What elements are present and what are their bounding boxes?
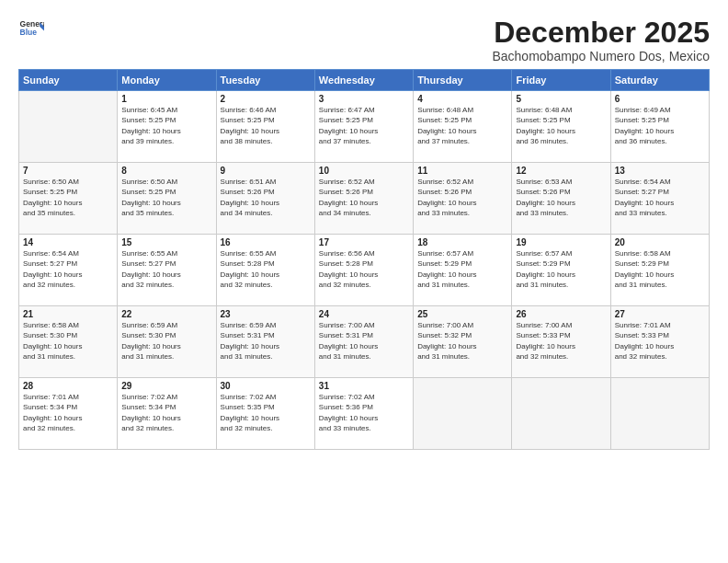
day-number: 8 bbox=[121, 166, 211, 176]
table-row: 6Sunrise: 6:49 AM Sunset: 5:25 PM Daylig… bbox=[610, 91, 709, 163]
calendar-week-row: 1Sunrise: 6:45 AM Sunset: 5:25 PM Daylig… bbox=[19, 91, 710, 163]
day-info: Sunrise: 7:00 AM Sunset: 5:33 PM Dayligh… bbox=[516, 320, 606, 362]
table-row: 17Sunrise: 6:56 AM Sunset: 5:28 PM Dayli… bbox=[314, 235, 413, 306]
day-number: 14 bbox=[23, 237, 113, 247]
table-row: 10Sunrise: 6:52 AM Sunset: 5:26 PM Dayli… bbox=[314, 163, 413, 235]
day-info: Sunrise: 6:58 AM Sunset: 5:29 PM Dayligh… bbox=[615, 248, 705, 290]
day-number: 5 bbox=[516, 94, 606, 104]
day-info: Sunrise: 6:48 AM Sunset: 5:25 PM Dayligh… bbox=[516, 105, 606, 146]
logo-icon: General Blue bbox=[18, 17, 44, 42]
day-info: Sunrise: 6:50 AM Sunset: 5:25 PM Dayligh… bbox=[121, 177, 211, 218]
day-info: Sunrise: 6:59 AM Sunset: 5:30 PM Dayligh… bbox=[121, 320, 211, 362]
day-info: Sunrise: 6:56 AM Sunset: 5:28 PM Dayligh… bbox=[319, 248, 409, 290]
day-info: Sunrise: 6:57 AM Sunset: 5:29 PM Dayligh… bbox=[516, 248, 606, 290]
day-number: 3 bbox=[319, 94, 409, 104]
day-number: 25 bbox=[417, 309, 507, 319]
day-number: 24 bbox=[319, 309, 409, 319]
day-number: 18 bbox=[417, 237, 507, 247]
day-info: Sunrise: 6:46 AM Sunset: 5:25 PM Dayligh… bbox=[221, 105, 311, 146]
header-wednesday: Wednesday bbox=[314, 70, 413, 91]
day-info: Sunrise: 7:02 AM Sunset: 5:35 PM Dayligh… bbox=[221, 392, 311, 433]
day-number: 26 bbox=[516, 309, 606, 319]
day-info: Sunrise: 6:49 AM Sunset: 5:25 PM Dayligh… bbox=[615, 105, 705, 146]
table-row: 30Sunrise: 7:02 AM Sunset: 5:35 PM Dayli… bbox=[216, 378, 314, 450]
table-row: 18Sunrise: 6:57 AM Sunset: 5:29 PM Dayli… bbox=[414, 235, 512, 306]
table-row: 31Sunrise: 7:02 AM Sunset: 5:36 PM Dayli… bbox=[314, 378, 413, 450]
day-info: Sunrise: 6:54 AM Sunset: 5:27 PM Dayligh… bbox=[615, 177, 705, 218]
day-info: Sunrise: 7:02 AM Sunset: 5:34 PM Dayligh… bbox=[121, 392, 211, 433]
day-number: 28 bbox=[23, 381, 113, 391]
table-row: 22Sunrise: 6:59 AM Sunset: 5:30 PM Dayli… bbox=[118, 306, 216, 378]
logo: General Blue bbox=[18, 17, 44, 42]
header-saturday: Saturday bbox=[610, 70, 709, 91]
day-number: 15 bbox=[121, 237, 211, 247]
day-number: 17 bbox=[319, 237, 409, 247]
day-info: Sunrise: 6:55 AM Sunset: 5:27 PM Dayligh… bbox=[121, 248, 211, 290]
day-number: 29 bbox=[121, 381, 211, 391]
day-number: 27 bbox=[615, 309, 705, 319]
calendar-week-row: 21Sunrise: 6:58 AM Sunset: 5:30 PM Dayli… bbox=[19, 306, 710, 378]
day-info: Sunrise: 7:01 AM Sunset: 5:33 PM Dayligh… bbox=[615, 320, 705, 362]
day-number: 6 bbox=[615, 94, 705, 104]
day-info: Sunrise: 6:55 AM Sunset: 5:28 PM Dayligh… bbox=[221, 248, 311, 290]
day-number: 4 bbox=[417, 94, 507, 104]
day-number: 1 bbox=[121, 94, 211, 104]
header-thursday: Thursday bbox=[414, 70, 512, 91]
table-row: 19Sunrise: 6:57 AM Sunset: 5:29 PM Dayli… bbox=[512, 235, 610, 306]
header-tuesday: Tuesday bbox=[216, 70, 314, 91]
svg-marker-3 bbox=[40, 27, 44, 31]
header: General Blue December 2025 Bachomobampo … bbox=[18, 17, 710, 63]
day-number: 12 bbox=[516, 166, 606, 176]
table-row: 29Sunrise: 7:02 AM Sunset: 5:34 PM Dayli… bbox=[118, 378, 216, 450]
table-row: 15Sunrise: 6:55 AM Sunset: 5:27 PM Dayli… bbox=[118, 235, 216, 306]
table-row: 23Sunrise: 6:59 AM Sunset: 5:31 PM Dayli… bbox=[216, 306, 314, 378]
title-block: December 2025 Bachomobampo Numero Dos, M… bbox=[492, 17, 710, 63]
day-number: 2 bbox=[221, 94, 311, 104]
table-row: 21Sunrise: 6:58 AM Sunset: 5:30 PM Dayli… bbox=[19, 306, 118, 378]
table-row bbox=[19, 91, 118, 163]
day-info: Sunrise: 6:52 AM Sunset: 5:26 PM Dayligh… bbox=[417, 177, 507, 218]
day-info: Sunrise: 6:53 AM Sunset: 5:26 PM Dayligh… bbox=[516, 177, 606, 218]
header-friday: Friday bbox=[512, 70, 610, 91]
day-number: 21 bbox=[23, 309, 113, 319]
table-row: 11Sunrise: 6:52 AM Sunset: 5:26 PM Dayli… bbox=[414, 163, 512, 235]
day-info: Sunrise: 6:50 AM Sunset: 5:25 PM Dayligh… bbox=[23, 177, 113, 218]
day-number: 10 bbox=[319, 166, 409, 176]
month-title: December 2025 bbox=[492, 17, 710, 49]
day-info: Sunrise: 6:51 AM Sunset: 5:26 PM Dayligh… bbox=[221, 177, 311, 218]
day-number: 7 bbox=[23, 166, 113, 176]
table-row bbox=[512, 378, 610, 450]
weekday-header-row: Sunday Monday Tuesday Wednesday Thursday… bbox=[19, 70, 710, 91]
table-row: 28Sunrise: 7:01 AM Sunset: 5:34 PM Dayli… bbox=[19, 378, 118, 450]
day-info: Sunrise: 6:48 AM Sunset: 5:25 PM Dayligh… bbox=[417, 105, 507, 146]
day-number: 30 bbox=[221, 381, 311, 391]
day-info: Sunrise: 6:59 AM Sunset: 5:31 PM Dayligh… bbox=[221, 320, 311, 362]
table-row bbox=[610, 378, 709, 450]
table-row: 1Sunrise: 6:45 AM Sunset: 5:25 PM Daylig… bbox=[118, 91, 216, 163]
table-row: 12Sunrise: 6:53 AM Sunset: 5:26 PM Dayli… bbox=[512, 163, 610, 235]
day-info: Sunrise: 6:45 AM Sunset: 5:25 PM Dayligh… bbox=[121, 105, 211, 146]
table-row: 13Sunrise: 6:54 AM Sunset: 5:27 PM Dayli… bbox=[610, 163, 709, 235]
table-row: 27Sunrise: 7:01 AM Sunset: 5:33 PM Dayli… bbox=[610, 306, 709, 378]
table-row: 4Sunrise: 6:48 AM Sunset: 5:25 PM Daylig… bbox=[414, 91, 512, 163]
day-number: 13 bbox=[615, 166, 705, 176]
day-number: 9 bbox=[221, 166, 311, 176]
calendar-week-row: 7Sunrise: 6:50 AM Sunset: 5:25 PM Daylig… bbox=[19, 163, 710, 235]
table-row: 8Sunrise: 6:50 AM Sunset: 5:25 PM Daylig… bbox=[118, 163, 216, 235]
calendar-table: Sunday Monday Tuesday Wednesday Thursday… bbox=[18, 69, 710, 450]
table-row: 14Sunrise: 6:54 AM Sunset: 5:27 PM Dayli… bbox=[19, 235, 118, 306]
day-info: Sunrise: 6:47 AM Sunset: 5:25 PM Dayligh… bbox=[319, 105, 409, 146]
day-info: Sunrise: 6:54 AM Sunset: 5:27 PM Dayligh… bbox=[23, 248, 113, 290]
day-info: Sunrise: 7:00 AM Sunset: 5:31 PM Dayligh… bbox=[319, 320, 409, 362]
calendar-week-row: 28Sunrise: 7:01 AM Sunset: 5:34 PM Dayli… bbox=[19, 378, 710, 450]
table-row: 20Sunrise: 6:58 AM Sunset: 5:29 PM Dayli… bbox=[610, 235, 709, 306]
day-number: 31 bbox=[319, 381, 409, 391]
day-info: Sunrise: 7:02 AM Sunset: 5:36 PM Dayligh… bbox=[319, 392, 409, 433]
day-number: 20 bbox=[615, 237, 705, 247]
day-info: Sunrise: 6:52 AM Sunset: 5:26 PM Dayligh… bbox=[319, 177, 409, 218]
table-row: 25Sunrise: 7:00 AM Sunset: 5:32 PM Dayli… bbox=[414, 306, 512, 378]
day-info: Sunrise: 6:57 AM Sunset: 5:29 PM Dayligh… bbox=[417, 248, 507, 290]
day-info: Sunrise: 6:58 AM Sunset: 5:30 PM Dayligh… bbox=[23, 320, 113, 362]
table-row: 9Sunrise: 6:51 AM Sunset: 5:26 PM Daylig… bbox=[216, 163, 314, 235]
day-number: 19 bbox=[516, 237, 606, 247]
